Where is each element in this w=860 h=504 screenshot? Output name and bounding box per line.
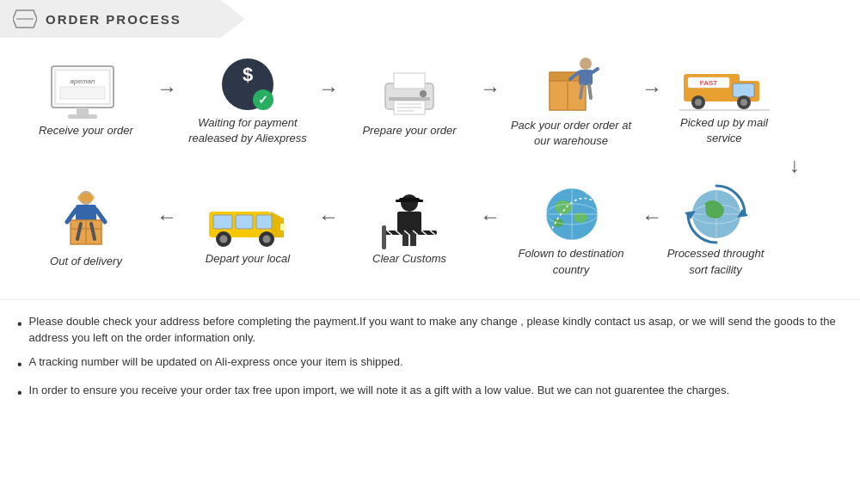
step-sort: Processed throught sort facility	[664, 181, 767, 277]
step-prepare: Prepare your order	[341, 65, 478, 138]
svg-point-74	[555, 200, 572, 214]
delivery-truck-icon: FAST	[679, 57, 770, 115]
svg-line-27	[593, 69, 598, 72]
note-item-2: • A tracking number will be updated on A…	[17, 353, 843, 375]
payment-icon: $ ✓	[218, 57, 277, 115]
step-pack-label: Pack your order order at our warehouse	[502, 118, 640, 149]
customs-icon	[380, 193, 439, 251]
svg-text:$: $	[243, 64, 253, 85]
svg-rect-16	[389, 97, 430, 101]
step-payment: $ ✓ Waiting for payment realeased by Ali…	[179, 57, 316, 146]
step-out-delivery-label: Out of delivery	[50, 254, 122, 269]
step-follow-label: Folown to destination country	[502, 246, 640, 277]
step-depart: Depart your local	[179, 193, 316, 267]
printer-icon	[378, 65, 440, 123]
step-sort-label: Processed throught sort facility	[664, 246, 767, 277]
step-receive-label: Receive your order	[39, 123, 133, 138]
svg-rect-66	[382, 225, 386, 249]
svg-rect-65	[410, 232, 416, 246]
out-delivery-icon	[52, 189, 120, 254]
svg-rect-61	[396, 200, 423, 202]
globe-plane-icon	[539, 181, 604, 246]
svg-point-24	[580, 58, 592, 70]
step-payment-label: Waiting for payment realeased by Aliexpr…	[179, 115, 316, 146]
svg-point-59	[401, 194, 418, 212]
svg-point-36	[695, 99, 702, 106]
svg-text:apeman: apeman	[71, 77, 95, 85]
svg-text:✓: ✓	[258, 93, 268, 107]
step-customs: Clear Customs	[341, 193, 478, 267]
bullet-3: •	[17, 383, 22, 403]
note-text-1: Please double check your address before …	[29, 313, 843, 347]
process-section: apeman Receive your order → $	[0, 53, 860, 291]
svg-line-28	[580, 85, 582, 98]
step-follow: Folown to destination country	[502, 181, 640, 277]
svg-rect-62	[397, 212, 421, 232]
svg-rect-53	[236, 215, 253, 229]
svg-rect-8	[68, 114, 97, 119]
svg-point-42	[77, 194, 95, 202]
top-flow-row: apeman Receive your order → $	[17, 53, 843, 149]
step-pickup: FAST Picked up by mail service	[664, 57, 784, 146]
note-item-1: • Please double check your address befor…	[17, 313, 843, 347]
svg-point-56	[220, 235, 228, 243]
notes-section: • Please double check your address befor…	[0, 299, 860, 427]
sort-facility-icon	[684, 181, 748, 246]
svg-point-58	[263, 235, 271, 243]
svg-point-17	[420, 90, 427, 97]
step-customs-label: Clear Customs	[372, 251, 446, 267]
svg-rect-32	[733, 83, 754, 97]
arrow-3: →	[480, 77, 501, 126]
arrow-1: →	[157, 77, 177, 126]
bottom-flow-row: Out of delivery ←	[17, 181, 843, 277]
svg-rect-64	[402, 232, 408, 246]
svg-text:FAST: FAST	[699, 79, 717, 87]
monitor-icon: apeman	[47, 65, 125, 123]
arrow-7: ←	[480, 205, 501, 255]
step-receive: apeman Receive your order	[17, 65, 155, 138]
svg-point-38	[740, 99, 747, 106]
step-depart-label: Depart your local	[206, 251, 290, 267]
step-prepare-label: Prepare your order	[362, 123, 456, 138]
arrow-2: →	[318, 77, 339, 126]
note-text-2: A tracking number will be updated on Ali…	[29, 353, 403, 371]
note-text-3: In order to ensure you receive your orde…	[29, 382, 729, 399]
step-out-delivery: Out of delivery	[17, 189, 155, 269]
pack-icon	[539, 53, 604, 118]
arrow-8: ←	[642, 205, 662, 255]
step-pack: Pack your order order at our warehouse	[502, 53, 640, 149]
step-pickup-label: Picked up by mail service	[664, 115, 784, 146]
note-item-3: • In order to ensure you receive your or…	[17, 382, 843, 403]
svg-rect-6	[60, 87, 105, 99]
svg-rect-7	[77, 108, 89, 114]
svg-rect-54	[280, 224, 286, 230]
svg-rect-52	[213, 215, 232, 229]
arrow-5: ←	[157, 205, 177, 255]
order-icon	[13, 7, 37, 31]
page-wrapper: ORDER PROCESS apeman Receive	[0, 0, 860, 427]
svg-line-29	[589, 85, 591, 98]
bullet-1: •	[17, 314, 22, 335]
svg-rect-14	[394, 73, 425, 89]
arrow-down: ↓	[17, 153, 843, 177]
svg-rect-51	[256, 215, 272, 229]
header-title: ORDER PROCESS	[46, 12, 181, 27]
svg-rect-25	[579, 70, 593, 85]
bullet-2: •	[17, 354, 22, 375]
arrow-6: ←	[318, 205, 339, 255]
arrow-4: →	[642, 77, 662, 126]
van-icon	[205, 193, 291, 251]
